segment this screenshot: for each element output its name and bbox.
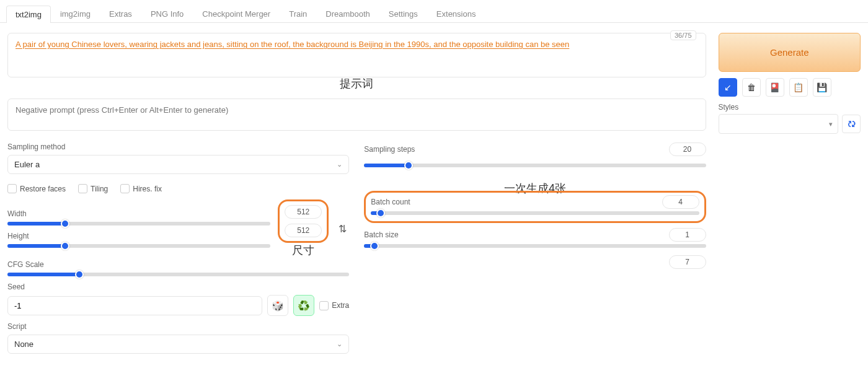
seed-label: Seed [7, 283, 349, 291]
arrow-icon[interactable]: ↙ [719, 78, 737, 97]
seed-input[interactable] [7, 296, 262, 315]
cfg-scale-label: CFG Scale [7, 260, 349, 269]
styles-apply-icon[interactable]: 🎴 [766, 78, 784, 97]
extra-seed-checkbox[interactable] [319, 301, 329, 310]
sampling-method-select[interactable]: Euler a⌄ [7, 155, 349, 174]
batch-size-label: Batch size [364, 230, 398, 239]
refresh-styles-button[interactable]: 🗘 [842, 115, 861, 133]
tiling-checkbox[interactable] [78, 184, 87, 193]
script-select[interactable]: None⌄ [7, 335, 349, 354]
annotation-size: 尺寸 [278, 243, 329, 258]
tiling-label: Tiling [91, 185, 108, 193]
tab-bar: txt2img img2img Extras PNG Info Checkpoi… [0, 0, 868, 23]
restore-faces-label: Restore faces [20, 185, 66, 193]
restore-faces-checkbox[interactable] [7, 184, 17, 193]
negative-prompt-input[interactable] [7, 99, 706, 131]
save-style-icon[interactable]: 💾 [813, 78, 831, 97]
width-label: Width [7, 209, 270, 218]
tab-extras[interactable]: Extras [100, 5, 141, 22]
hires-fix-label: Hires. fix [133, 185, 162, 193]
extra-seed-label: Extra [332, 301, 349, 310]
batch-count-slider[interactable] [371, 211, 699, 215]
sampling-steps-value[interactable]: 20 [669, 142, 706, 156]
cfg-scale-slider[interactable] [7, 273, 349, 276]
hires-fix-checkbox[interactable] [120, 184, 130, 193]
trash-icon[interactable]: 🗑 [742, 78, 761, 97]
tab-extensions[interactable]: Extensions [427, 5, 485, 22]
width-value[interactable]: 512 [285, 205, 322, 219]
batch-count-label: Batch count [371, 198, 410, 206]
styles-select[interactable] [719, 114, 838, 134]
prompt-token-counter: 36/75 [670, 30, 696, 40]
random-seed-button[interactable]: 🎲 [267, 295, 288, 316]
tab-dreambooth[interactable]: Dreambooth [316, 5, 379, 22]
styles-label: Styles [719, 103, 861, 112]
tab-txt2img[interactable]: txt2img [6, 6, 51, 23]
tab-ckpt-merger[interactable]: Checkpoint Merger [193, 5, 280, 22]
cfg-scale-value[interactable]: 7 [669, 255, 706, 269]
width-slider[interactable] [7, 222, 270, 226]
tab-train[interactable]: Train [280, 5, 316, 22]
prompt-input[interactable]: A pair of young Chinese lovers, wearing … [7, 33, 706, 77]
height-value[interactable]: 512 [285, 224, 322, 237]
height-slider[interactable] [7, 244, 270, 248]
swap-wh-button[interactable]: ⇅ [336, 223, 349, 235]
height-label: Height [7, 232, 270, 240]
clipboard-icon[interactable]: 📋 [789, 78, 808, 97]
sampling-steps-slider[interactable] [364, 164, 706, 167]
tab-settings[interactable]: Settings [379, 5, 427, 22]
tab-img2img[interactable]: img2img [51, 5, 100, 22]
annotation-prompt-label: 提示词 [7, 76, 706, 91]
batch-size-slider[interactable] [364, 244, 706, 248]
script-label: Script [7, 322, 349, 331]
tab-pnginfo[interactable]: PNG Info [141, 5, 193, 22]
batch-size-value[interactable]: 1 [669, 228, 706, 242]
sampling-steps-label: Sampling steps [364, 145, 415, 154]
reuse-seed-button[interactable]: ♻️ [293, 295, 314, 316]
generate-button[interactable]: Generate [719, 33, 861, 72]
sampling-method-label: Sampling method [7, 142, 349, 151]
batch-count-value[interactable]: 4 [662, 195, 699, 209]
